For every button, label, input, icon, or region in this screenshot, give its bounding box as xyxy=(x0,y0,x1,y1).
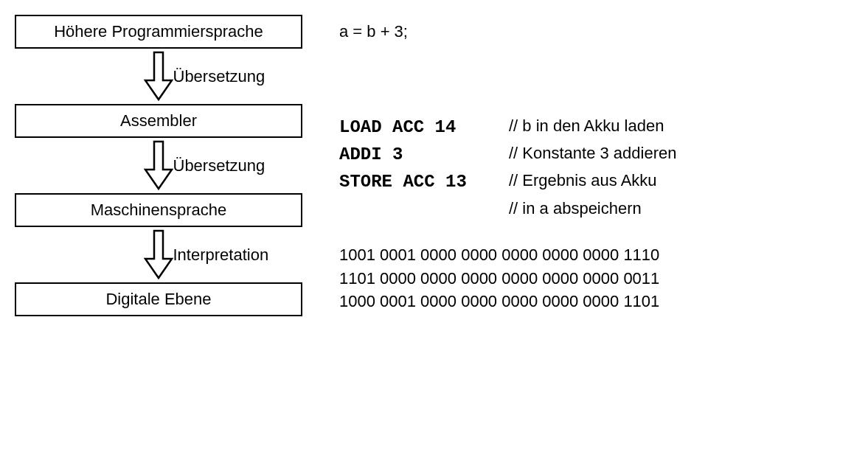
asm-code: LOAD ACC 14 xyxy=(339,114,509,141)
arrow-row-1: Übersetzung xyxy=(15,49,302,104)
asm-line: ADDI 3 // Konstante 3 addieren xyxy=(339,141,677,168)
arrow-down-icon xyxy=(144,140,173,192)
asm-code: STORE ACC 13 xyxy=(339,168,509,195)
asm-comment: // Ergebnis aus Akku xyxy=(509,168,657,195)
machine-code-block: 1001 0001 0000 0000 0000 0000 0000 1110 … xyxy=(339,243,677,314)
arrow-label-3: Interpretation xyxy=(173,246,269,265)
box-asm-label: Assembler xyxy=(120,111,197,130)
machine-line: 1000 0001 0000 0000 0000 0000 0000 1101 xyxy=(339,290,677,313)
left-column: Höhere Programmiersprache Übersetzung As… xyxy=(15,15,302,316)
asm-comment: // b in den Akku laden xyxy=(509,114,664,141)
asm-line: STORE ACC 13 // Ergebnis aus Akku xyxy=(339,168,677,195)
box-machine: Maschinensprache xyxy=(15,193,302,227)
box-digital-label: Digitale Ebene xyxy=(105,290,211,308)
asm-code-block: LOAD ACC 14 // b in den Akku laden ADDI … xyxy=(339,114,677,221)
hll-code-block: a = b + 3; xyxy=(339,16,677,47)
arrow-down-icon xyxy=(144,51,173,102)
box-asm: Assembler xyxy=(15,104,302,138)
arrow-label-1: Übersetzung xyxy=(173,67,265,86)
right-column: a = b + 3; LOAD ACC 14 // b in den Akku … xyxy=(339,15,677,316)
box-digital: Digitale Ebene xyxy=(15,282,302,316)
asm-code xyxy=(339,196,509,221)
hll-code: a = b + 3; xyxy=(339,22,408,41)
box-hll-label: Höhere Programmiersprache xyxy=(54,22,263,41)
arrow-down-icon xyxy=(144,229,173,281)
diagram-container: Höhere Programmiersprache Übersetzung As… xyxy=(15,15,853,316)
asm-code: ADDI 3 xyxy=(339,141,509,168)
asm-line: LOAD ACC 14 // b in den Akku laden xyxy=(339,114,677,141)
arrow-row-2: Übersetzung xyxy=(15,138,302,193)
machine-line: 1101 0000 0000 0000 0000 0000 0000 0011 xyxy=(339,267,677,290)
asm-comment: // Konstante 3 addieren xyxy=(509,141,677,168)
asm-line: // in a abspeichern xyxy=(339,196,677,221)
machine-line: 1001 0001 0000 0000 0000 0000 0000 1110 xyxy=(339,243,677,267)
arrow-row-3: Interpretation xyxy=(15,227,302,282)
box-machine-label: Maschinensprache xyxy=(91,201,227,219)
arrow-label-2: Übersetzung xyxy=(173,156,265,175)
asm-comment: // in a abspeichern xyxy=(509,196,642,221)
box-hll: Höhere Programmiersprache xyxy=(15,15,302,49)
